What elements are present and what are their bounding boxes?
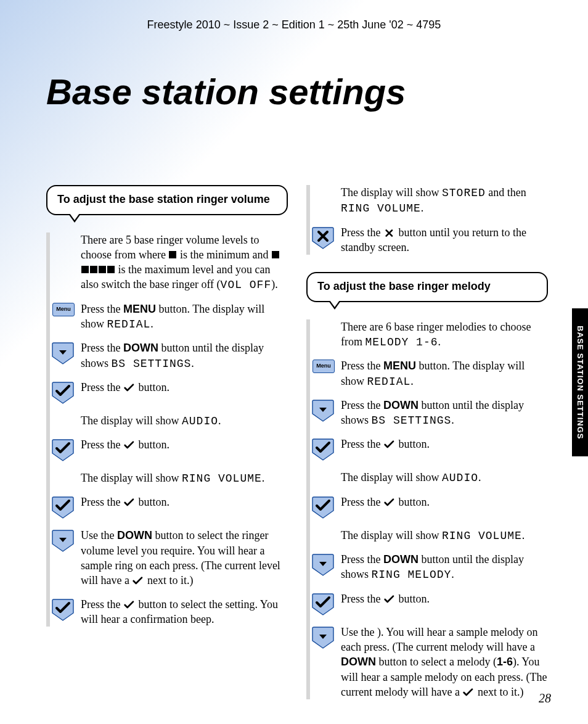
volume-block-icon [169, 251, 176, 258]
step-icon-slot [306, 552, 341, 577]
step-icon-slot [306, 495, 341, 519]
tick-inline-icon [383, 594, 396, 604]
instruction-step: Press the button. [50, 495, 288, 519]
section-tab: BASE STATION SETTINGS [572, 308, 588, 456]
step-icon-slot [306, 625, 341, 649]
step-icon-slot: Menu [46, 302, 81, 316]
tick-button-icon [52, 598, 75, 622]
cross-inline-icon [383, 228, 396, 238]
step-icon-slot [46, 495, 81, 519]
steps-ringer-volume: There are 5 base ringer volume levels to… [46, 232, 288, 627]
volume-block-icon [81, 266, 89, 273]
step-text: Press the MENU button. The display will … [341, 358, 548, 389]
step-icon-slot [306, 185, 341, 186]
step-icon-slot [306, 398, 341, 422]
tick-inline-icon [123, 383, 136, 393]
step-text: Press the button. [81, 380, 288, 395]
down-button-icon [312, 626, 335, 649]
step-text: Press the button. [81, 437, 288, 452]
instruction-step: The display will show AUDIO. [50, 413, 288, 429]
step-icon-slot [306, 470, 341, 471]
step-text: Press the DOWN button until the display … [341, 552, 548, 583]
step-icon-slot [46, 380, 81, 405]
page-title: Base station settings [46, 71, 406, 112]
instruction-step: Press the button. [310, 437, 548, 461]
instruction-step: Press the button. [310, 495, 548, 519]
step-text: Press the button to select the setting. … [81, 597, 288, 627]
down-button-icon [52, 342, 75, 365]
tick-button-icon [312, 593, 335, 616]
steps-ringer-melody: There are 6 base ringer melodies to choo… [306, 319, 548, 699]
step-icon-slot [46, 471, 81, 472]
volume-block-icon [99, 266, 106, 273]
step-icon-slot [306, 225, 341, 250]
instruction-step: Press the DOWN button until the display … [310, 552, 548, 583]
step-text: Press the DOWN button until the display … [341, 398, 548, 429]
volume-block-icon [90, 266, 97, 273]
step-text: The display will show AUDIO. [341, 470, 548, 485]
steps-continued: The display will show STORED and then RI… [306, 185, 548, 255]
volume-block-icon [107, 266, 115, 273]
tick-inline-icon [123, 498, 136, 508]
step-text: Press the button. [81, 495, 288, 509]
step-text: Use the DOWN button to select the ringer… [81, 528, 288, 588]
step-text: The display will show AUDIO. [81, 413, 288, 429]
step-text: Use the ). You will hear a sample melody… [341, 625, 548, 699]
step-icon-slot [46, 597, 81, 622]
instruction-step: The display will show STORED and then RI… [310, 185, 548, 216]
callout-ringer-melody: To adjust the base ringer melody [306, 272, 548, 302]
tick-button-icon [312, 496, 335, 519]
step-text: Press the button. [341, 495, 548, 509]
instruction-step: Press the DOWN button until the display … [50, 340, 288, 371]
instruction-step: Press the button until you return to the… [310, 225, 548, 255]
menu-button-icon: Menu [312, 360, 335, 373]
step-icon-slot [306, 528, 341, 529]
instruction-step: Menu Press the MENU button. The display … [50, 302, 288, 332]
callout-ringer-volume: To adjust the base station ringer volume [46, 185, 288, 215]
tick-button-icon [52, 438, 75, 462]
left-column: To adjust the base station ringer volume… [46, 185, 288, 681]
step-icon-slot [306, 437, 341, 461]
tick-button-icon [52, 381, 75, 405]
step-text: Press the MENU button. The display will … [81, 302, 288, 332]
instruction-step: Press the button to select the setting. … [50, 597, 288, 627]
volume-block-icon [272, 251, 279, 258]
instruction-step: Press the button. [50, 437, 288, 462]
instruction-step: The display will show RING VOLUME. [310, 528, 548, 543]
menu-button-icon: Menu [52, 303, 75, 316]
tick-button-icon [312, 438, 335, 461]
down-button-icon [312, 399, 335, 422]
instruction-step: Press the button. [310, 591, 548, 616]
instruction-step: Menu Press the MENU button. The display … [310, 358, 548, 389]
step-text: There are 6 base ringer melodies to choo… [341, 319, 548, 350]
step-text: Press the button. [341, 437, 548, 451]
step-icon-slot: Menu [306, 358, 341, 373]
instruction-step: There are 5 base ringer volume levels to… [50, 232, 288, 293]
step-text: The display will show RING VOLUME. [81, 471, 288, 486]
tick-inline-icon [123, 440, 136, 450]
instruction-step: Use the DOWN button to select the ringer… [50, 528, 288, 588]
tick-inline-icon [383, 440, 396, 450]
step-text: The display will show STORED and then RI… [341, 185, 548, 216]
right-column: The display will show STORED and then RI… [306, 185, 548, 681]
tick-inline-icon [123, 600, 136, 610]
step-text: Press the DOWN button until the display … [81, 340, 288, 371]
instruction-step: The display will show AUDIO. [310, 470, 548, 485]
tick-inline-icon [132, 576, 144, 586]
step-text: The display will show RING VOLUME. [341, 528, 548, 543]
instruction-step: Press the DOWN button until the display … [310, 398, 548, 429]
instruction-step: There are 6 base ringer melodies to choo… [310, 319, 548, 350]
instruction-step: Press the button. [50, 380, 288, 405]
down-button-icon [312, 553, 335, 577]
step-text: There are 5 base ringer volume levels to… [81, 232, 288, 293]
step-icon-slot [46, 413, 81, 414]
instruction-step: The display will show RING VOLUME. [50, 471, 288, 486]
step-text: Press the button. [341, 591, 548, 606]
step-icon-slot [46, 340, 81, 365]
step-icon-slot [306, 319, 341, 321]
content-columns: To adjust the base station ringer volume… [46, 185, 548, 681]
step-icon-slot [46, 437, 81, 462]
page-number: 28 [539, 691, 551, 705]
tick-inline-icon [383, 498, 396, 508]
down-button-icon [52, 529, 75, 553]
